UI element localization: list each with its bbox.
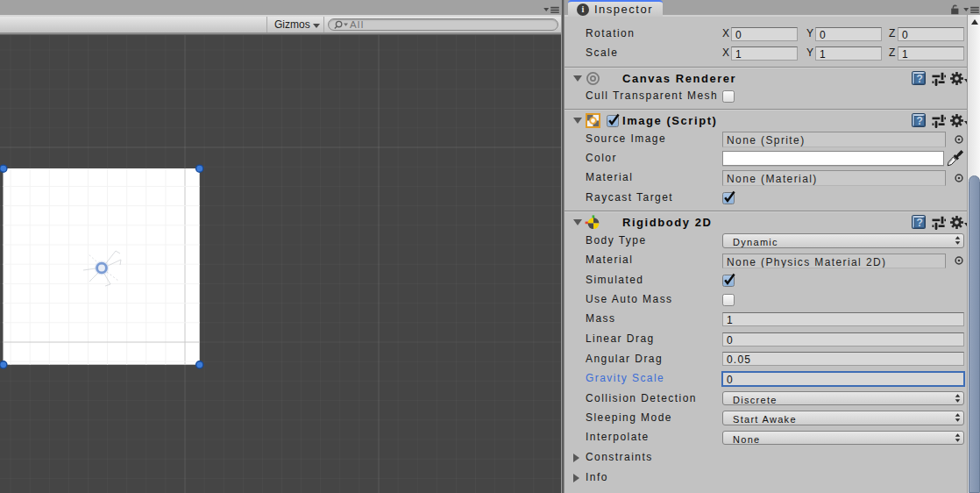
svg-text:?: ? xyxy=(917,217,923,229)
svg-text:?: ? xyxy=(917,115,923,127)
svg-text:?: ? xyxy=(917,73,923,85)
